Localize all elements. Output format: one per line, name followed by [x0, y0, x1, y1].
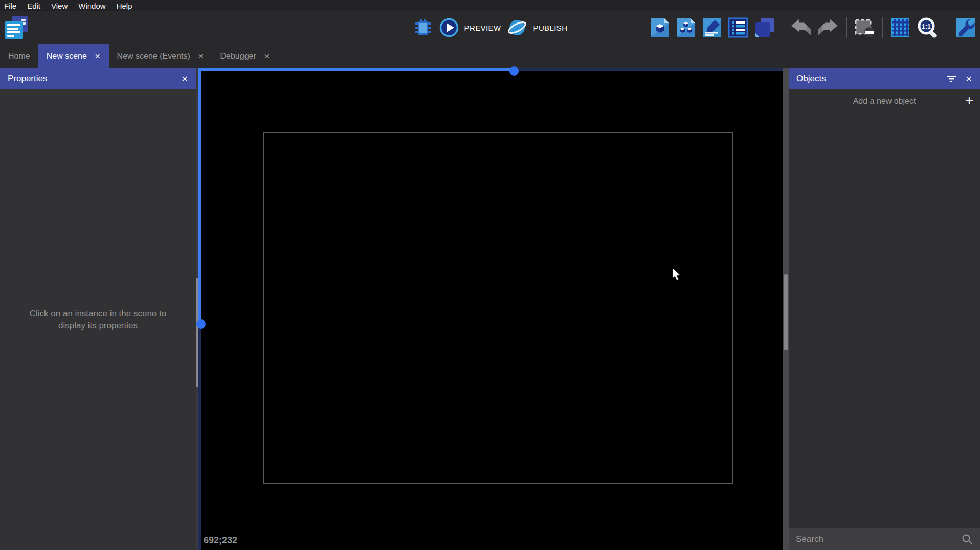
publish-button[interactable]: PUBLISH — [507, 17, 567, 38]
cursor-coordinates: 692;232 — [204, 535, 237, 546]
globe-icon — [507, 17, 527, 38]
scene-settings-wrench-icon[interactable] — [954, 17, 977, 38]
mouse-cursor-icon — [672, 268, 683, 281]
search-icon — [962, 534, 973, 545]
redo-icon[interactable] — [817, 19, 839, 36]
vertical-scroll-handle[interactable] — [196, 319, 206, 329]
canvas-right-scrollbar[interactable] — [783, 68, 789, 550]
objects-list-empty — [789, 112, 980, 528]
grid-icon[interactable] — [890, 17, 910, 38]
menu-bar: File Edit View Window Help — [0, 0, 980, 11]
preview-button[interactable]: PREVIEW — [439, 18, 501, 37]
filter-icon[interactable] — [946, 75, 956, 82]
play-icon — [439, 18, 459, 37]
tab-label: New scene (Events) — [117, 52, 190, 61]
toolbar: PREVIEW PUBLISH — [0, 11, 980, 44]
properties-title: Properties — [8, 74, 172, 84]
instances-list-icon[interactable] — [728, 17, 748, 38]
toolbar-separator — [846, 17, 847, 38]
game-window-bounds — [263, 132, 733, 484]
toolbar-separator — [947, 17, 947, 38]
properties-header: Properties ✕ — [0, 68, 196, 89]
properties-body: Click on an instance in the scene to dis… — [0, 89, 196, 550]
preview-label: PREVIEW — [464, 24, 501, 32]
tab-new-scene[interactable]: New scene ✕ — [38, 44, 109, 68]
vertical-scroll-indicator[interactable] — [198, 68, 201, 324]
tab-close-icon[interactable]: ✕ — [264, 53, 270, 60]
objects-search-box — [789, 528, 980, 550]
tab-home[interactable]: Home — [0, 44, 38, 68]
objects-panel: Objects ✕ Add a new object + — [789, 68, 980, 550]
publish-label: PUBLISH — [533, 24, 567, 32]
search-input[interactable] — [796, 534, 962, 544]
plus-icon[interactable]: + — [965, 93, 973, 109]
scene-properties-icon[interactable] — [702, 17, 722, 38]
menu-edit[interactable]: Edit — [27, 2, 40, 10]
horizontal-scroll-track[interactable] — [514, 68, 783, 71]
debug-icon[interactable] — [413, 17, 433, 38]
vertical-scroll-track[interactable] — [198, 324, 201, 550]
open-editors-icon[interactable] — [650, 17, 670, 38]
object-groups-icon[interactable] — [676, 17, 696, 38]
edit-selection-mask-icon[interactable] — [854, 17, 875, 38]
add-new-object-label: Add a new object — [853, 97, 916, 106]
tab-label: New scene — [47, 52, 87, 61]
scene-canvas[interactable]: 692;232 — [198, 68, 783, 550]
properties-panel: Properties ✕ Click on an instance in the… — [0, 68, 196, 550]
close-icon[interactable]: ✕ — [966, 74, 972, 84]
tab-label: Debugger — [220, 52, 256, 61]
menu-window[interactable]: Window — [78, 2, 105, 10]
close-icon[interactable]: ✕ — [182, 74, 188, 84]
tab-label: Home — [8, 52, 30, 61]
tab-debugger[interactable]: Debugger ✕ — [212, 44, 278, 68]
horizontal-scroll-indicator[interactable] — [198, 68, 514, 71]
properties-hint: Click on an instance in the scene to dis… — [14, 308, 182, 332]
horizontal-scroll-handle[interactable] — [509, 66, 519, 76]
tab-new-scene-events[interactable]: New scene (Events) ✕ — [109, 44, 212, 68]
tab-close-icon[interactable]: ✕ — [95, 53, 101, 60]
menu-file[interactable]: File — [4, 2, 16, 10]
undo-icon[interactable] — [790, 19, 812, 36]
right-scrollbar-thumb[interactable] — [784, 274, 788, 350]
layers-icon[interactable] — [754, 17, 775, 38]
zoom-1-1-icon[interactable]: 1:1 — [916, 16, 940, 39]
objects-header: Objects ✕ — [789, 68, 980, 89]
objects-title: Objects — [796, 74, 946, 84]
tab-close-icon[interactable]: ✕ — [198, 53, 204, 60]
toolbar-right: 1:1 — [650, 11, 977, 44]
add-new-object-row[interactable]: Add a new object + — [789, 89, 980, 112]
main-area: Properties ✕ Click on an instance in the… — [0, 68, 980, 550]
menu-help[interactable]: Help — [117, 2, 132, 10]
toolbar-separator — [882, 17, 883, 38]
toolbar-separator — [783, 17, 783, 38]
zoom-ratio-label: 1:1 — [922, 23, 931, 30]
menu-view[interactable]: View — [51, 2, 68, 10]
tab-bar: Home New scene ✕ New scene (Events) ✕ De… — [0, 44, 980, 68]
